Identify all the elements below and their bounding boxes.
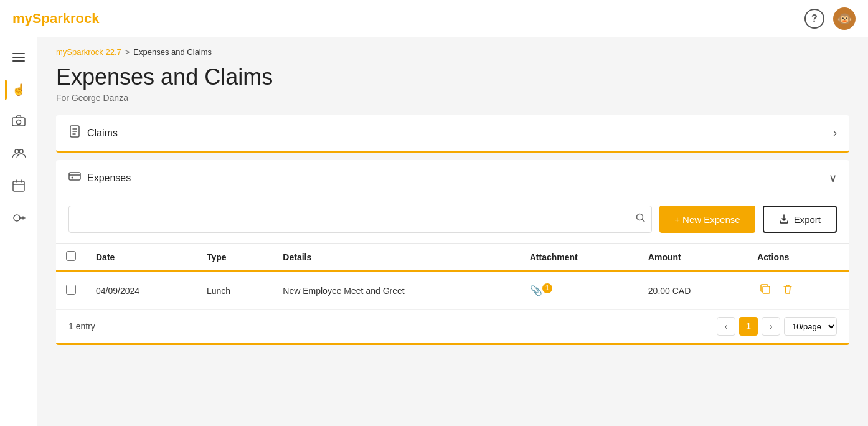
expenses-header-left: Expenses: [68, 170, 131, 186]
row-actions: [747, 272, 849, 310]
delete-action-button[interactable]: [780, 281, 796, 300]
expenses-chevron: ∨: [829, 171, 837, 185]
search-icon-button[interactable]: [636, 213, 646, 225]
select-all-checkbox[interactable]: [66, 251, 76, 261]
main-layout: ☝: [0, 37, 868, 426]
per-page-select[interactable]: 10/page 25/page 50/page: [784, 317, 837, 336]
attachment-container: 📎 1: [530, 285, 628, 296]
sidebar-item-menu[interactable]: [5, 44, 32, 71]
sidebar-item-calendar[interactable]: [5, 173, 32, 201]
hand-pointer-icon: ☝: [12, 83, 26, 97]
breadcrumb: mySparkrock 22.7 > Expenses and Claims: [56, 47, 849, 57]
copy-action-button[interactable]: [757, 281, 773, 300]
expenses-label: Expenses: [87, 173, 131, 184]
entry-count: 1 entry: [68, 321, 95, 331]
svg-rect-7: [69, 173, 80, 180]
row-date: 04/09/2024: [86, 272, 197, 310]
col-actions: Actions: [747, 244, 849, 272]
search-input[interactable]: [68, 206, 652, 233]
search-container: [68, 206, 652, 233]
table-footer: 1 entry ‹ 1 › 10/page 25/page 50/page: [56, 310, 849, 343]
claims-icon: [68, 125, 81, 141]
breadcrumb-current: Expenses and Claims: [133, 47, 212, 57]
col-attachment: Attachment: [520, 244, 638, 272]
svg-point-1: [16, 120, 21, 124]
expenses-section-header[interactable]: Expenses ∨: [56, 160, 849, 196]
expenses-panel: Expenses ∨ + New Expense: [56, 160, 849, 345]
row-checkbox[interactable]: [66, 285, 76, 295]
sidebar-item-expenses[interactable]: ☝: [5, 76, 32, 103]
prev-page-button[interactable]: ‹: [717, 317, 735, 336]
current-page: 1: [739, 317, 758, 336]
next-page-button[interactable]: ›: [762, 317, 780, 336]
svg-point-8: [72, 177, 73, 179]
col-type: Type: [197, 244, 273, 272]
export-button[interactable]: Export: [763, 206, 837, 233]
col-amount: Amount: [638, 244, 747, 272]
row-details: New Employee Meet and Greet: [273, 272, 519, 310]
new-expense-button[interactable]: + New Expense: [659, 206, 755, 233]
calendar-icon: [12, 179, 25, 195]
sidebar-item-keys[interactable]: [5, 206, 32, 233]
row-attachment: 📎 1: [520, 272, 638, 310]
camera-icon: [12, 115, 26, 130]
breadcrumb-link[interactable]: mySparkrock 22.7: [56, 47, 121, 57]
claims-label: Claims: [87, 128, 118, 139]
svg-rect-10: [763, 286, 770, 293]
expenses-icon: [68, 170, 81, 186]
actions-container: [757, 281, 839, 300]
col-details: Details: [273, 244, 519, 272]
svg-point-5: [14, 215, 20, 221]
export-label: Export: [794, 214, 821, 225]
menu-icon: [7, 48, 30, 67]
col-checkbox: [56, 244, 86, 272]
row-checkbox-cell: [56, 272, 86, 310]
table-row: 04/09/2024 Lunch New Employee Meet and G…: [56, 272, 849, 310]
row-amount: 20.00 CAD: [638, 272, 747, 310]
svg-rect-4: [13, 181, 24, 191]
page-subtitle: For George Danza: [56, 93, 849, 103]
attachment-badge: 1: [542, 283, 552, 293]
content-area: mySparkrock 22.7 > Expenses and Claims E…: [37, 37, 868, 426]
sidebar-item-people[interactable]: [5, 141, 32, 168]
breadcrumb-separator: >: [125, 47, 130, 57]
svg-point-3: [19, 149, 23, 153]
sidebar: ☝: [0, 37, 37, 426]
col-date: Date: [86, 244, 197, 272]
expenses-toolbar: + New Expense Export: [56, 196, 849, 243]
paperclip-icon: 📎: [530, 285, 542, 296]
app-logo: mySparkrock: [12, 11, 99, 27]
claims-section-header[interactable]: Claims ›: [56, 115, 849, 151]
svg-point-2: [15, 149, 19, 153]
table-header-row: Date Type Details Attachment Amount Acti…: [56, 244, 849, 272]
key-icon: [12, 212, 26, 227]
row-type: Lunch: [197, 272, 273, 310]
help-button[interactable]: ?: [804, 9, 824, 29]
expenses-table: Date Type Details Attachment Amount Acti…: [56, 243, 849, 310]
people-icon: [12, 148, 26, 162]
page-title: Expenses and Claims: [56, 64, 849, 90]
user-avatar[interactable]: 🐵: [833, 7, 856, 30]
claims-chevron: ›: [833, 126, 837, 140]
claims-header-left: Claims: [68, 125, 118, 141]
top-bar: mySparkrock ? 🐵: [0, 0, 868, 37]
claims-panel: Claims ›: [56, 115, 849, 153]
pagination: ‹ 1 › 10/page 25/page 50/page: [717, 317, 837, 336]
sidebar-item-camera[interactable]: [5, 108, 32, 136]
